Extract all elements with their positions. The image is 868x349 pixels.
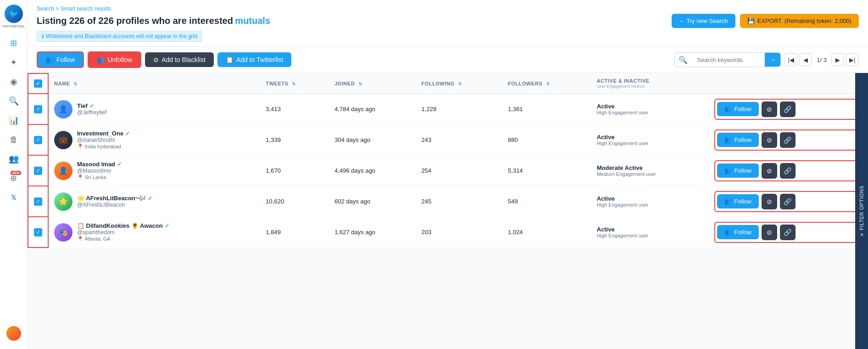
row-checkbox[interactable]: ✓	[34, 136, 42, 144]
ban-button[interactable]: ⊘	[762, 163, 777, 179]
filter-icon: ≡	[859, 233, 864, 236]
table-row: ✓ 🎭 📋 DilfandKookies 🌻 Awacon ✓ @spamthe…	[28, 217, 868, 248]
sidebar-item-users[interactable]: 👥	[6, 151, 22, 167]
engagement-desc: High Engagement user	[597, 110, 704, 115]
link-button[interactable]: 🔗	[780, 132, 796, 148]
sort-arrows-name[interactable]: ⇅	[73, 81, 78, 86]
app-logo: 🐦	[5, 5, 23, 23]
row-followers: 1,024	[502, 217, 591, 248]
row-followers: 549	[502, 186, 591, 217]
ban-button[interactable]: ⊘	[762, 101, 777, 117]
filter-options-label: ≡ FILTER OPTIONS	[859, 186, 864, 236]
row-name-cell: 👤 Tief ✓ @Jeffreytief	[48, 94, 260, 124]
try-new-search-button[interactable]: ← Try new Search	[672, 14, 735, 28]
link-button[interactable]: 🔗	[780, 101, 796, 117]
row-checkbox[interactable]: ✓	[34, 228, 42, 236]
follow-button[interactable]: 👥 Follow	[717, 194, 759, 208]
page-next-button[interactable]: ▶	[831, 53, 844, 66]
search-input[interactable]	[691, 53, 765, 67]
sidebar-item-twitter[interactable]: 𝕏	[6, 189, 22, 206]
row-following: 243	[416, 124, 502, 155]
sidebar-item-trash[interactable]: 🗑	[6, 131, 22, 148]
row-actions-cell: 👥 Follow ⊘ 🔗	[709, 94, 868, 124]
link-button[interactable]: 🔗	[780, 194, 796, 209]
info-message: ℹ Whitelisted and Blacklisted accounts w…	[42, 33, 197, 39]
sort-arrows-followers[interactable]: ⇅	[546, 81, 550, 86]
user-handle[interactable]: @spamthedom	[77, 229, 169, 236]
user-info: Tief ✓ @Jeffreytief	[77, 102, 106, 116]
follow-button[interactable]: 👥 Follow	[717, 225, 759, 239]
follow-button[interactable]: 👥 Follow	[717, 133, 759, 147]
row-joined: 4,784 days ago	[329, 94, 416, 124]
row-activity: Active High Engagement user	[591, 94, 709, 124]
row-checkbox[interactable]: ✓	[34, 197, 42, 206]
sidebar: 🐦 TWITTERTOOL ⊞ ✦ ◉ 🔍 📊 🗑 👥 ⊕ NEW 𝕏	[0, 0, 28, 349]
sidebar-item-dashboard[interactable]: ⊞	[6, 35, 22, 51]
user-avatar[interactable]	[6, 326, 21, 341]
sidebar-item-activity[interactable]: ⊕ NEW	[6, 170, 22, 186]
ban-button[interactable]: ⊘	[762, 132, 777, 148]
export-tokens: (Remaining token: 2,000)	[785, 17, 851, 24]
page-last-button[interactable]: ▶|	[846, 53, 859, 66]
row-activity: Moderate Active Medium Engagement user	[591, 155, 709, 186]
table-row: ✓ 👤 Tief ✓ @Jeffreytief 3,413 4,784 d	[28, 94, 868, 124]
col-actions	[709, 73, 868, 94]
row-checkbox[interactable]: ✓	[34, 167, 42, 175]
user-handle[interactable]: @AaraeShruthi	[77, 137, 130, 143]
bulk-follow-button[interactable]: 👥 Follow	[37, 51, 84, 68]
link-button[interactable]: 🔗	[780, 225, 796, 240]
bulk-twitterlist-button[interactable]: 📋 Add to Twitterlist	[217, 52, 291, 67]
ban-button[interactable]: ⊘	[762, 194, 777, 209]
link-button[interactable]: 🔗	[780, 163, 796, 179]
sidebar-item-search[interactable]: 🔍	[6, 93, 22, 109]
sidebar-item-bar[interactable]: 📊	[6, 112, 22, 129]
follow-button[interactable]: 👥 Follow	[717, 163, 759, 178]
ban-button[interactable]: ⊘	[762, 225, 777, 240]
sort-arrows-tweets[interactable]: ⇅	[292, 81, 296, 86]
user-handle[interactable]: @MasoodImv	[77, 168, 122, 174]
follow-button[interactable]: 👥 Follow	[717, 102, 759, 116]
search-go-button[interactable]: →	[765, 53, 780, 67]
sort-arrows-joined[interactable]: ⇅	[358, 81, 362, 86]
row-checkbox-cell: ✓	[28, 124, 48, 155]
engagement-status: Moderate Active	[597, 164, 704, 171]
row-tweets: 1,339	[260, 124, 329, 155]
toolbar: 👥 Follow 👥 Unfollow ⊘ Add to Blacklist 📋…	[28, 47, 868, 73]
user-avatar: 🌟	[54, 192, 72, 211]
header-actions: ← Try new Search 💾 EXPORT (Remaining tok…	[672, 14, 859, 28]
row-joined: 602 days ago	[329, 186, 416, 217]
bulk-unfollow-button[interactable]: 👥 Unfollow	[88, 51, 141, 68]
select-all-checkbox[interactable]: ✓	[34, 79, 42, 88]
breadcrumb-separator: >	[56, 6, 59, 12]
sidebar-item-analytics[interactable]: ◉	[6, 73, 22, 90]
export-icon: 💾	[747, 17, 755, 24]
row-tweets: 1,849	[260, 217, 329, 248]
user-handle[interactable]: @Jeffreytief	[77, 109, 106, 116]
row-following: 203	[416, 217, 502, 248]
user-handle[interactable]: @AFreshLitBeacon	[77, 202, 152, 208]
new-badge: NEW	[11, 171, 21, 175]
title-row: Listing 226 of 226 profiles who are inte…	[37, 14, 859, 28]
row-checkbox[interactable]: ✓	[34, 105, 42, 113]
user-name: 📋 DilfandKookies 🌻 Awacon ✓	[77, 222, 169, 229]
page-first-button[interactable]: |◀	[785, 53, 797, 66]
user-avatar: 👤	[54, 162, 72, 180]
sort-arrows-following[interactable]: ⇅	[458, 81, 462, 86]
sidebar-item-network[interactable]: ✦	[6, 54, 22, 71]
user-name: 🌟 AFreshLitBeacon~🎶 ✓	[77, 195, 152, 202]
page-prev-button[interactable]: ◀	[799, 53, 812, 66]
page-title: Listing 226 of 226 profiles who are inte…	[37, 16, 270, 26]
info-bar: ℹ Whitelisted and Blacklisted accounts w…	[37, 31, 202, 42]
title-highlight: mutuals	[235, 16, 270, 26]
col-following: FOLLOWING ⇅	[416, 73, 502, 94]
keyword-search: 🔍 →	[674, 52, 781, 67]
table-row: ✓ 👤 Masood Imad ✓ @MasoodImv 📍 Sri Lanka…	[28, 155, 868, 186]
bulk-blacklist-button[interactable]: ⊘ Add to Blacklist	[145, 52, 214, 67]
filter-options-panel[interactable]: ≡ FILTER OPTIONS	[855, 73, 868, 349]
pagination: |◀ ◀ 1/ 3 ▶ ▶|	[785, 53, 859, 66]
export-button[interactable]: 💾 EXPORT (Remaining token: 2,000)	[740, 14, 859, 28]
row-joined: 1,627 days ago	[329, 217, 416, 248]
row-name-cell: 🎭 📋 DilfandKookies 🌻 Awacon ✓ @spamthedo…	[48, 217, 260, 248]
twitterlist-icon: 📋	[226, 56, 234, 63]
breadcrumb-root[interactable]: Search	[37, 6, 54, 12]
